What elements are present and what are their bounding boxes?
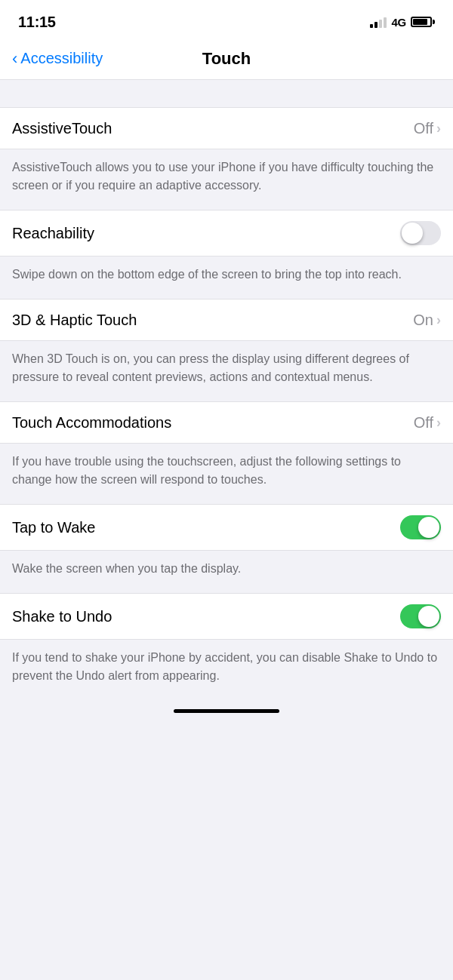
- chevron-right-icon: ›: [436, 415, 441, 431]
- chevron-right-icon: ›: [436, 312, 441, 328]
- network-type: 4G: [391, 16, 406, 29]
- assistive-touch-row[interactable]: AssistiveTouch Off ›: [0, 107, 453, 149]
- battery-icon: [411, 17, 435, 27]
- assistive-touch-value: Off ›: [414, 120, 441, 137]
- tap-to-wake-description: Wake the screen when you tap the display…: [0, 551, 453, 593]
- page-title: Touch: [202, 49, 251, 69]
- toggle-thumb: [418, 517, 439, 538]
- home-indicator: [0, 700, 453, 719]
- back-button[interactable]: ‹ Accessibility: [12, 50, 103, 67]
- signal-icon: [370, 16, 387, 28]
- toggle-thumb: [418, 606, 439, 627]
- tap-to-wake-description-text: Wake the screen when you tap the display…: [12, 560, 441, 578]
- touch-accommodations-row[interactable]: Touch Accommodations Off ›: [0, 401, 453, 444]
- 3d-haptic-touch-label: 3D & Haptic Touch: [12, 312, 137, 329]
- nav-header: ‹ Accessibility Touch: [0, 41, 453, 80]
- shake-to-undo-description: If you tend to shake your iPhone by acci…: [0, 640, 453, 700]
- toggle-thumb: [402, 223, 423, 244]
- status-time: 11:15: [18, 14, 56, 31]
- touch-accommodations-label: Touch Accommodations: [12, 414, 171, 432]
- reachability-label: Reachability: [12, 225, 94, 242]
- 3d-haptic-touch-value: On ›: [413, 312, 441, 329]
- shake-to-undo-toggle[interactable]: [400, 604, 441, 628]
- tap-to-wake-toggle[interactable]: [400, 515, 441, 539]
- back-chevron-icon: ‹: [12, 51, 17, 67]
- chevron-right-icon: ›: [436, 121, 441, 137]
- touch-accommodations-description: If you have trouble using the touchscree…: [0, 444, 453, 504]
- touch-accommodations-description-text: If you have trouble using the touchscree…: [12, 453, 441, 489]
- status-bar: 11:15 4G: [0, 0, 453, 41]
- back-label: Accessibility: [20, 50, 103, 67]
- reachability-description: Swipe down on the bottom edge of the scr…: [0, 257, 453, 299]
- reachability-row[interactable]: Reachability: [0, 210, 453, 257]
- 3d-haptic-touch-description: When 3D Touch is on, you can press the d…: [0, 341, 453, 401]
- shake-to-undo-label: Shake to Undo: [12, 608, 112, 625]
- tap-to-wake-row[interactable]: Tap to Wake: [0, 504, 453, 551]
- status-icons: 4G: [370, 16, 435, 29]
- shake-to-undo-description-text: If you tend to shake your iPhone by acci…: [12, 649, 441, 685]
- home-bar: [174, 709, 279, 713]
- section-gap-top: [0, 80, 453, 107]
- reachability-description-text: Swipe down on the bottom edge of the scr…: [12, 266, 441, 284]
- assistive-touch-description-text: AssistiveTouch allows you to use your iP…: [12, 158, 441, 195]
- 3d-haptic-touch-row[interactable]: 3D & Haptic Touch On ›: [0, 299, 453, 341]
- tap-to-wake-label: Tap to Wake: [12, 519, 95, 536]
- reachability-toggle[interactable]: [400, 221, 441, 245]
- touch-accommodations-value: Off ›: [414, 414, 441, 432]
- assistive-touch-label: AssistiveTouch: [12, 120, 112, 137]
- shake-to-undo-row[interactable]: Shake to Undo: [0, 593, 453, 640]
- 3d-haptic-touch-description-text: When 3D Touch is on, you can press the d…: [12, 350, 441, 386]
- assistive-touch-description: AssistiveTouch allows you to use your iP…: [0, 149, 453, 210]
